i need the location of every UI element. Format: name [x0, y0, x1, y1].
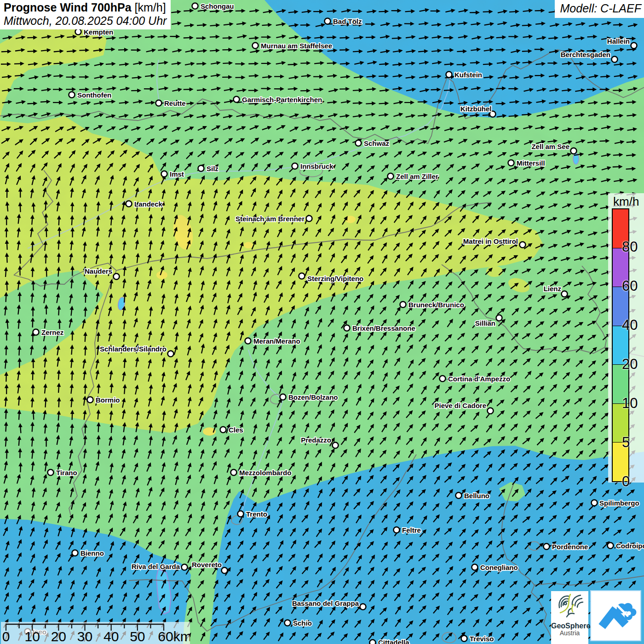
- legend-tick: 10: [622, 395, 638, 412]
- page-title: Prognose Wind 700hPa [km/h]: [4, 1, 167, 14]
- city-label: Cittadella: [378, 638, 409, 644]
- city-marker: [440, 376, 446, 382]
- city-label: Bad Tölz: [333, 17, 362, 25]
- city-marker: [472, 564, 478, 570]
- city-label: Hallein: [607, 37, 630, 45]
- city-label: Schwaz: [364, 139, 389, 147]
- city-marker: [388, 173, 394, 179]
- city-label: Innsbruck: [300, 162, 334, 170]
- city-marker: [592, 500, 598, 506]
- city-marker: [75, 29, 81, 35]
- city-label: Spilimbergo: [599, 499, 639, 507]
- city-marker: [238, 511, 244, 517]
- svg-text:30: 30: [77, 629, 92, 644]
- city-label: Zell am Ziller: [396, 172, 438, 180]
- city-marker: [231, 470, 237, 476]
- svg-text:20: 20: [51, 629, 66, 644]
- city-label: Sonthofen: [77, 91, 111, 99]
- city-marker: [192, 3, 198, 9]
- city-marker: [370, 640, 376, 644]
- city-marker: [198, 166, 204, 172]
- city-label: Cortina d'Ampezzo: [448, 375, 510, 383]
- city-marker: [571, 148, 577, 154]
- mountain-cloud-icon: [591, 591, 640, 640]
- city-label: Matrei in Osttirol: [463, 237, 518, 245]
- legend-tick: 20: [622, 356, 638, 373]
- legend-tick: 60: [622, 278, 638, 294]
- city-marker: [72, 550, 78, 556]
- legend: km/h 806040201050: [608, 193, 644, 483]
- city-label: Zell am See: [531, 143, 569, 150]
- city-label: Sterzing/Vipiteno: [307, 275, 363, 282]
- city-marker: [285, 620, 291, 626]
- city-marker: [612, 57, 618, 63]
- city-label: Zernez: [41, 328, 63, 336]
- city-marker: [344, 325, 350, 331]
- city-marker: [488, 408, 494, 414]
- city-label: Garmisch-Partenkirchen: [242, 96, 322, 104]
- city-marker: [508, 160, 514, 166]
- city-marker: [245, 338, 251, 344]
- city-label: Bozen/Bolzano: [288, 393, 338, 401]
- city-label: Pordenone: [552, 543, 588, 551]
- partner-logo: [590, 590, 641, 641]
- city-marker: [631, 43, 637, 49]
- city-label: Conegliano: [480, 564, 518, 571]
- city-label: Schio: [293, 619, 312, 627]
- city-label: Belluno: [464, 492, 489, 500]
- city-label: Mezzolombardo: [239, 469, 291, 477]
- city-label: Meran/Merano: [253, 337, 300, 345]
- city-label: Schlanders/Silandro: [100, 345, 167, 353]
- geosphere-icon: [556, 591, 584, 620]
- city-label: Bienno: [80, 549, 104, 557]
- city-label: Riva del Garda: [132, 563, 180, 570]
- city-label: Nauders: [85, 267, 112, 275]
- city-marker: [400, 302, 406, 308]
- city-marker: [87, 397, 93, 403]
- city-marker: [562, 291, 568, 297]
- city-label: Silz: [207, 165, 218, 172]
- city-marker: [222, 568, 228, 574]
- city-marker: [394, 527, 400, 533]
- geosphere-country: Austria: [551, 630, 588, 637]
- city-marker: [446, 72, 452, 78]
- scale-bar: 0102030405060km: [1, 622, 190, 644]
- city-marker: [292, 163, 298, 169]
- city-label: Feltre: [402, 526, 421, 534]
- city-marker: [168, 351, 174, 357]
- city-marker: [182, 564, 188, 570]
- city-label: Tirano: [56, 469, 77, 477]
- svg-text:60km: 60km: [158, 629, 190, 644]
- city-label: Sillian: [475, 319, 495, 327]
- svg-text:10: 10: [24, 629, 40, 644]
- city-label: Schongau: [201, 2, 234, 10]
- city-label: Imst: [170, 170, 184, 178]
- city-marker: [161, 171, 167, 177]
- city-label: Lienz: [544, 285, 561, 293]
- city-marker: [360, 604, 366, 610]
- map-canvas: SchongauBad TölzKemptenMurnau am Staffel…: [0, 0, 644, 644]
- city-marker: [253, 43, 259, 49]
- city-marker: [299, 273, 305, 279]
- geosphere-logo: GeoSphere Austria: [551, 591, 588, 644]
- city-marker: [333, 443, 339, 448]
- city-label: Steinach am Brenner: [236, 215, 305, 223]
- city-marker: [33, 329, 39, 335]
- geosphere-name: GeoSphere: [551, 622, 588, 630]
- city-label: Mittersill: [517, 159, 545, 167]
- city-label: Treviso: [470, 635, 494, 643]
- city-marker: [114, 274, 120, 280]
- city-marker: [234, 97, 240, 103]
- svg-text:0: 0: [2, 629, 10, 644]
- city-label: Brixen/Bressanone: [352, 324, 415, 332]
- city-label: Murnau am Staffelsee: [261, 42, 332, 50]
- legend-tick: 40: [622, 317, 638, 334]
- title-box: Prognose Wind 700hPa [km/h] Mittwoch, 20…: [0, 0, 171, 29]
- city-label: Landeck: [134, 200, 163, 208]
- title-unit: [km/h]: [135, 1, 166, 14]
- svg-text:50: 50: [130, 629, 145, 644]
- city-marker: [325, 18, 331, 24]
- legend-tick: 80: [622, 239, 638, 255]
- city-marker: [48, 470, 54, 476]
- city-marker: [461, 636, 467, 642]
